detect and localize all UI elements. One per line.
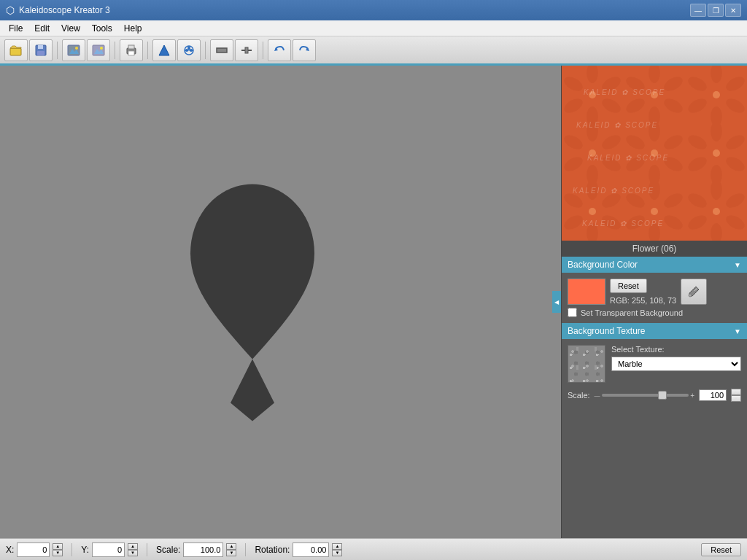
- scale-row: Scale: — + ▲ ▼: [568, 389, 741, 402]
- scale-up-button[interactable]: ▲: [731, 389, 741, 395]
- rotation-down-button[interactable]: ▼: [332, 550, 342, 556]
- scale-slider-thumb[interactable]: [658, 391, 667, 400]
- preview-area: KALEID ✿ SCOPE KALEID ✿ SCOPE KALEID ✿ S…: [562, 66, 747, 241]
- svg-rect-0: [10, 48, 21, 55]
- y-spinner: ▲ ▼: [128, 543, 138, 556]
- pinwheel-button[interactable]: [177, 39, 201, 61]
- scale-status-input[interactable]: [183, 542, 223, 557]
- bg-color-title: Background Color: [568, 260, 638, 270]
- scale-slider-track[interactable]: [602, 394, 689, 397]
- undo-button[interactable]: [268, 39, 291, 61]
- save-button[interactable]: [29, 39, 53, 61]
- svg-point-6: [75, 47, 78, 50]
- scale-spinner: ▲ ▼: [731, 389, 741, 402]
- bg-texture-title: Background Texture: [568, 326, 646, 336]
- svg-rect-17: [245, 47, 248, 53]
- close-button[interactable]: ✕: [725, 4, 741, 17]
- menu-help[interactable]: Help: [118, 22, 148, 35]
- rotation-up-button[interactable]: ▲: [332, 543, 342, 550]
- status-sep-1: [71, 543, 72, 556]
- y-down-button[interactable]: ▼: [128, 550, 138, 556]
- sep-5: [263, 42, 263, 59]
- app-icon: ⬡: [6, 4, 15, 16]
- rotation-field: Rotation: ▲ ▼: [255, 542, 342, 557]
- menu-view[interactable]: View: [55, 22, 86, 35]
- eyedropper-button[interactable]: [681, 279, 707, 305]
- preview-label: Flower (06): [562, 241, 747, 257]
- image2-button[interactable]: [87, 39, 110, 61]
- rotation-label: Rotation:: [255, 545, 290, 555]
- bg-texture-section: Select Texture: Marble None Wood Stone C…: [562, 339, 747, 408]
- svg-rect-11: [128, 45, 134, 49]
- x-down-button[interactable]: ▼: [53, 550, 63, 556]
- toolbar: [0, 36, 747, 66]
- image1-button[interactable]: [62, 39, 85, 61]
- redo-button[interactable]: [293, 39, 316, 61]
- menu-bar: File Edit View Tools Help: [0, 20, 747, 36]
- menu-tools[interactable]: Tools: [86, 22, 118, 35]
- sep-2: [115, 42, 115, 59]
- minimize-button[interactable]: —: [690, 4, 706, 17]
- svg-text:KALEID ✿ SCOPE: KALEID ✿ SCOPE: [587, 154, 669, 162]
- bg-color-header[interactable]: Background Color ▼: [562, 257, 747, 273]
- x-up-button[interactable]: ▲: [53, 543, 63, 550]
- separator-h-button[interactable]: [235, 39, 258, 61]
- color-reset-button[interactable]: Reset: [610, 279, 647, 293]
- transparent-bg-row: Set Transparent Background: [568, 308, 741, 317]
- svg-rect-2: [38, 45, 43, 49]
- canvas-area[interactable]: ◀: [0, 66, 561, 538]
- x-input[interactable]: [17, 542, 50, 557]
- svg-rect-15: [217, 48, 227, 52]
- x-spinner: ▲ ▼: [53, 543, 63, 556]
- triangle-button[interactable]: [152, 39, 176, 61]
- scale-input[interactable]: [699, 389, 727, 401]
- scale-status-label: Scale:: [156, 545, 180, 555]
- select-texture-label: Select Texture:: [611, 345, 741, 354]
- transparent-bg-checkbox[interactable]: [568, 308, 577, 317]
- status-reset-button[interactable]: Reset: [701, 543, 741, 556]
- shape-display: [169, 177, 336, 427]
- menu-file[interactable]: File: [3, 22, 28, 35]
- scale-status-up-button[interactable]: ▲: [226, 543, 236, 550]
- color-control-row: Reset RGB: 255, 108, 73: [568, 279, 741, 305]
- scale-label: Scale:: [568, 391, 590, 400]
- app-title: Kaleidoscope Kreator 3: [19, 5, 110, 15]
- window-controls: — ❐ ✕: [690, 4, 741, 17]
- y-up-button[interactable]: ▲: [128, 543, 138, 550]
- menu-edit[interactable]: Edit: [28, 22, 55, 35]
- y-input[interactable]: [92, 542, 125, 557]
- main-layout: ◀: [0, 66, 747, 538]
- scale-status-down-button[interactable]: ▼: [226, 550, 236, 556]
- print-button[interactable]: [120, 39, 143, 61]
- svg-text:KALEID ✿ SCOPE: KALEID ✿ SCOPE: [582, 219, 664, 228]
- svg-marker-13: [159, 45, 169, 55]
- scale-status-spinner: ▲ ▼: [226, 543, 236, 556]
- texture-preview: [568, 345, 605, 383]
- svg-point-9: [100, 47, 103, 50]
- sep-1: [57, 42, 58, 59]
- bg-color-arrow: ▼: [734, 261, 741, 269]
- right-panel: KALEID ✿ SCOPE KALEID ✿ SCOPE KALEID ✿ S…: [561, 66, 747, 538]
- status-bar: X: ▲ ▼ Y: ▲ ▼ Scale: ▲ ▼ Rotation: ▲ ▼ R…: [0, 538, 747, 560]
- bg-texture-arrow: ▼: [734, 327, 741, 335]
- scale-status-field: Scale: ▲ ▼: [156, 542, 236, 557]
- y-label: Y:: [81, 545, 89, 555]
- rotation-input[interactable]: [293, 542, 329, 557]
- slider-max-icon: +: [690, 392, 694, 400]
- svg-text:KALEID ✿ SCOPE: KALEID ✿ SCOPE: [573, 187, 654, 195]
- side-panel-arrow[interactable]: ◀: [552, 291, 561, 313]
- bg-texture-header[interactable]: Background Texture ▼: [562, 323, 747, 339]
- maximize-button[interactable]: ❐: [708, 4, 724, 17]
- rgb-value: RGB: 255, 108, 73: [610, 296, 676, 305]
- rectangle-button[interactable]: [210, 39, 233, 61]
- transparent-bg-label: Set Transparent Background: [581, 308, 683, 317]
- status-sep-3: [245, 543, 246, 556]
- scale-slider-container: — +: [595, 392, 694, 400]
- color-swatch[interactable]: [568, 279, 605, 305]
- y-field: Y: ▲ ▼: [81, 542, 138, 557]
- scale-down-button[interactable]: ▼: [731, 395, 741, 402]
- title-bar: ⬡ Kaleidoscope Kreator 3 — ❐ ✕: [0, 0, 747, 20]
- sep-4: [205, 42, 206, 59]
- texture-select[interactable]: Marble None Wood Stone Canvas Paper: [611, 357, 741, 371]
- open-button[interactable]: [4, 39, 28, 61]
